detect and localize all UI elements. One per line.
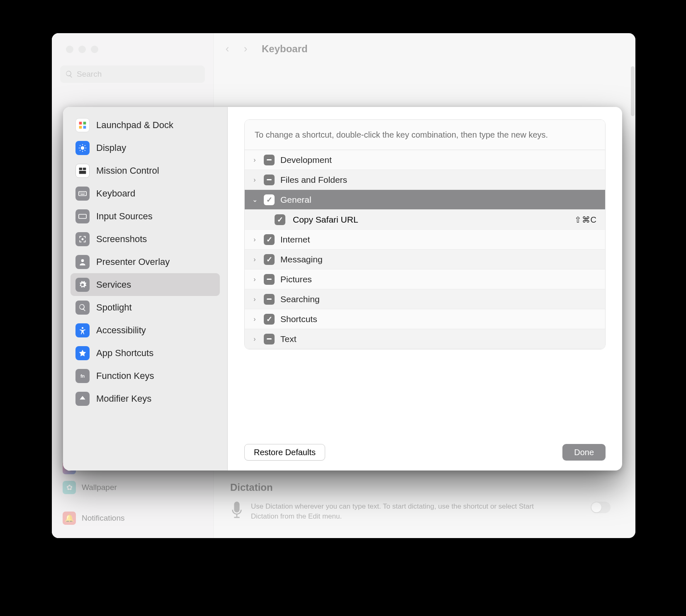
dictation-section: Dictation Use Dictation wherever you can… xyxy=(230,482,611,521)
sidebar-item-display[interactable]: Display xyxy=(71,136,220,159)
shortcut-label: Copy Safari URL xyxy=(293,215,574,225)
svg-rect-1 xyxy=(83,121,86,124)
svg-point-15 xyxy=(82,238,84,240)
sidebar-item-input-sources[interactable]: Input Sources xyxy=(71,205,220,228)
category-label: Internet xyxy=(280,235,605,245)
category-checkbox[interactable] xyxy=(264,234,275,245)
category-checkbox[interactable] xyxy=(264,334,275,344)
svg-rect-3 xyxy=(83,126,86,129)
svg-point-17 xyxy=(82,327,83,329)
category-checkbox[interactable] xyxy=(264,175,275,185)
category-label: Pictures xyxy=(280,274,605,284)
sidebar-item-screenshots[interactable]: Screenshots xyxy=(71,228,220,250)
screenshot-icon xyxy=(75,232,90,246)
disclosure-right-icon[interactable]: › xyxy=(251,236,259,243)
presenter-icon xyxy=(75,255,90,269)
disclosure-right-icon[interactable]: › xyxy=(251,315,259,323)
restore-defaults-button[interactable]: Restore Defaults xyxy=(244,444,325,461)
sidebar-item-label: Input Sources xyxy=(96,211,153,222)
sidebar-item-presenter-overlay[interactable]: Presenter Overlay xyxy=(71,250,220,273)
sidebar-item-modifier-keys[interactable]: Modifier Keys xyxy=(71,387,220,410)
shortcut-row-copy-safari-url[interactable]: Copy Safari URL ⇧⌘C xyxy=(245,210,605,230)
modifier-icon xyxy=(75,392,90,406)
services-icon xyxy=(75,278,90,292)
disclosure-right-icon[interactable]: › xyxy=(251,335,259,343)
appstore-icon xyxy=(75,346,90,360)
category-row-general[interactable]: ⌄ General xyxy=(245,190,605,210)
shortcut-checkbox[interactable] xyxy=(275,214,285,225)
close-button[interactable] xyxy=(66,46,73,53)
sidebar-item-label: Screenshots xyxy=(96,234,147,245)
svg-text:fn: fn xyxy=(80,373,85,378)
sidebar-item-launchpad-dock[interactable]: Launchpad & Dock xyxy=(71,114,220,136)
svg-rect-0 xyxy=(79,121,82,124)
spotlight-icon xyxy=(75,301,90,315)
disclosure-right-icon[interactable]: › xyxy=(251,276,259,283)
input-icon xyxy=(75,209,90,223)
instructions-text: To change a shortcut, double-click the k… xyxy=(245,120,605,150)
window-controls xyxy=(52,33,213,53)
category-checkbox[interactable] xyxy=(264,294,275,305)
disclosure-right-icon[interactable]: › xyxy=(251,156,259,164)
sidebar-item-mission-control[interactable]: Mission Control xyxy=(71,159,220,182)
sidebar-item-label: App Shortcuts xyxy=(96,348,153,359)
category-label: Files and Folders xyxy=(280,175,605,185)
category-checkbox[interactable] xyxy=(264,314,275,325)
sidebar-item-label: Services xyxy=(96,279,131,290)
category-row-text[interactable]: › Text xyxy=(245,329,605,349)
bg-scrollbar-thumb[interactable] xyxy=(631,66,635,116)
zoom-button[interactable] xyxy=(91,46,98,53)
sidebar-item-function-keys[interactable]: fn Function Keys xyxy=(71,364,220,387)
category-row-internet[interactable]: › Internet xyxy=(245,230,605,250)
sidebar-item-app-shortcuts[interactable]: App Shortcuts xyxy=(71,342,220,364)
category-label: Shortcuts xyxy=(280,314,605,324)
sidebar-item-label: Presenter Overlay xyxy=(96,257,170,267)
sidebar-item-label: Launchpad & Dock xyxy=(96,120,173,131)
minimize-button[interactable] xyxy=(78,46,86,53)
category-checkbox[interactable] xyxy=(264,254,275,265)
bg-sidebar-item-wallpaper[interactable]: ✿ Wallpaper xyxy=(60,478,205,497)
category-checkbox[interactable] xyxy=(264,274,275,285)
category-row-files-and-folders[interactable]: › Files and Folders xyxy=(245,170,605,190)
sidebar-item-spotlight[interactable]: Spotlight xyxy=(71,296,220,319)
category-row-shortcuts[interactable]: › Shortcuts xyxy=(245,309,605,329)
category-checkbox[interactable] xyxy=(264,194,275,205)
sheet-main: To change a shortcut, double-click the k… xyxy=(228,107,622,470)
category-row-messaging[interactable]: › Messaging xyxy=(245,250,605,269)
sidebar-item-label: Function Keys xyxy=(96,371,154,381)
svg-rect-14 xyxy=(79,214,86,218)
done-button[interactable]: Done xyxy=(562,444,606,461)
svg-point-16 xyxy=(81,259,84,262)
bg-sidebar-item-notifications[interactable]: 🔔 Notifications xyxy=(60,508,205,528)
category-row-searching[interactable]: › Searching xyxy=(245,289,605,309)
disclosure-right-icon[interactable]: › xyxy=(251,256,259,263)
dictation-description: Use Dictation wherever you can type text… xyxy=(251,502,550,521)
accessibility-icon xyxy=(75,323,90,337)
shortcut-keys[interactable]: ⇧⌘C xyxy=(574,215,597,225)
svg-rect-11 xyxy=(83,192,83,193)
sidebar-item-keyboard[interactable]: Keyboard xyxy=(71,182,220,205)
notifications-icon: 🔔 xyxy=(63,512,76,525)
category-row-development[interactable]: › Development xyxy=(245,150,605,170)
mission-icon xyxy=(75,164,90,178)
disclosure-right-icon[interactable]: › xyxy=(251,176,259,184)
launchpad-icon xyxy=(75,118,90,132)
back-button[interactable]: ‹ xyxy=(221,42,234,55)
disclosure-down-icon[interactable]: ⌄ xyxy=(251,196,259,204)
sidebar-item-label: Mission Control xyxy=(96,165,159,176)
sidebar-item-label: Accessibility xyxy=(96,325,146,336)
search-field[interactable]: Search xyxy=(60,65,205,83)
sidebar-item-services[interactable]: Services xyxy=(71,273,220,296)
svg-rect-5 xyxy=(79,167,83,170)
forward-button[interactable]: › xyxy=(239,42,252,55)
category-row-pictures[interactable]: › Pictures xyxy=(245,269,605,289)
svg-rect-6 xyxy=(83,167,86,170)
sidebar-item-accessibility[interactable]: Accessibility xyxy=(71,319,220,342)
restore-defaults-label: Restore Defaults xyxy=(254,448,316,457)
svg-rect-10 xyxy=(81,192,82,193)
category-label: Text xyxy=(280,334,605,344)
disclosure-right-icon[interactable]: › xyxy=(251,296,259,303)
svg-point-4 xyxy=(81,146,84,149)
dictation-toggle[interactable] xyxy=(591,502,611,513)
category-checkbox[interactable] xyxy=(264,155,275,165)
